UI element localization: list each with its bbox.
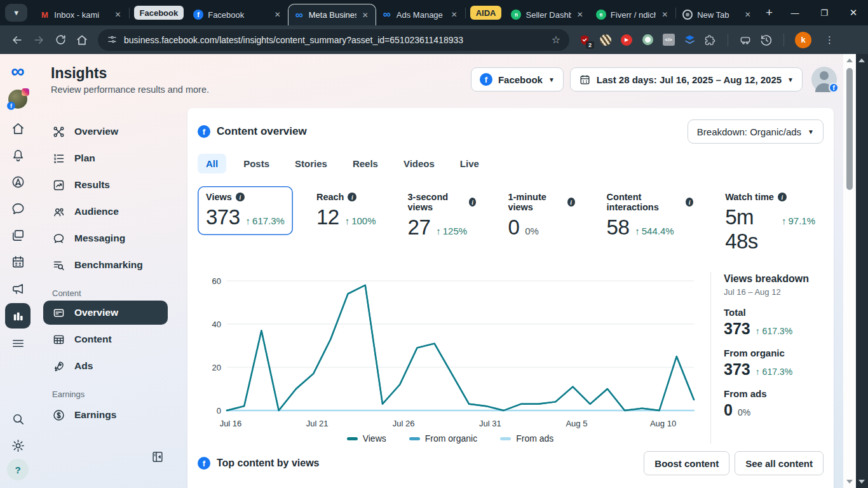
tab-close-icon[interactable]: ✕ [660, 10, 669, 19]
metric-content-interactions[interactable]: Content interactionsi 58↑544.4% [599, 186, 702, 245]
facebook-icon: f [480, 73, 492, 86]
browser-tab-seller-dashboard[interactable]: fi Seller Dashb ✕ [505, 4, 590, 25]
tab-close-icon[interactable]: ✕ [361, 11, 370, 20]
tab-live[interactable]: Live [452, 154, 487, 173]
tab-posts[interactable]: Posts [235, 154, 278, 173]
layers-extension-icon[interactable] [683, 34, 696, 46]
bookmark-star-icon[interactable]: ☆ [552, 34, 560, 46]
channel-selector[interactable]: f Facebook ▼ [471, 67, 564, 92]
metric-views[interactable]: Viewsi 373↑617.3% [198, 186, 293, 235]
scroll-down-icon[interactable] [846, 480, 853, 484]
sidebar-item-audience[interactable]: Audience [52, 198, 187, 225]
tab-stories[interactable]: Stories [287, 154, 336, 173]
scroll-up-icon[interactable] [858, 58, 865, 62]
info-icon[interactable]: i [236, 193, 245, 201]
boost-content-button[interactable]: Boost content [644, 451, 729, 475]
scroll-down-icon[interactable] [858, 480, 865, 484]
new-tab-button[interactable]: + [758, 6, 780, 20]
scroll-up-icon[interactable] [846, 58, 853, 62]
home-icon[interactable] [5, 115, 31, 142]
reload-icon[interactable] [50, 29, 71, 51]
browser-tab-facebook[interactable]: f Facebook ✕ [187, 4, 288, 25]
address-bar[interactable]: business.facebook.com/latest/insights/co… [98, 29, 569, 51]
sidebar-item-messaging[interactable]: Messaging [52, 225, 187, 252]
shield-extension-icon[interactable]: 2 [578, 34, 591, 46]
green-ring-extension-icon[interactable] [641, 34, 654, 46]
meta-logo[interactable]: ∞ [11, 62, 24, 81]
tab-close-icon[interactable]: ✕ [273, 10, 282, 19]
ads-icon[interactable] [5, 275, 31, 302]
browser-tab-fiverr[interactable]: fi Fiverr / ndich ✕ [590, 4, 675, 25]
browser-menu-icon[interactable]: ⋮ [820, 34, 839, 46]
see-all-content-button[interactable]: See all content [735, 451, 824, 475]
tab-close-icon[interactable]: ✕ [450, 10, 459, 19]
content-icon[interactable] [5, 222, 31, 248]
page-scrollbar[interactable] [843, 54, 856, 488]
info-icon[interactable]: i [686, 198, 693, 207]
rover-extension-icon[interactable] [739, 34, 752, 46]
planner-icon[interactable] [5, 248, 31, 275]
tab-close-icon[interactable]: ✕ [743, 10, 752, 19]
home-icon[interactable] [71, 29, 93, 51]
collapse-sidebar-icon[interactable] [151, 450, 165, 464]
browser-tab-meta-business[interactable]: ∞ Meta Busines ✕ [288, 4, 376, 25]
tab-group-facebook[interactable]: Facebook [134, 6, 184, 20]
minimize-button[interactable]: — [780, 1, 810, 25]
info-icon[interactable]: i [469, 198, 477, 207]
inbox-icon[interactable] [5, 195, 31, 222]
info-icon[interactable]: i [348, 193, 356, 201]
notifications-icon[interactable] [5, 142, 31, 168]
scrollbar-thumb[interactable] [846, 68, 853, 190]
restore-button[interactable]: ❐ [810, 1, 839, 25]
code-extension-icon[interactable]: </> [662, 34, 675, 46]
sidebar-item-overview[interactable]: Overview [52, 118, 187, 145]
insights-icon[interactable] [5, 303, 31, 329]
all-tools-icon[interactable] [5, 330, 31, 356]
browser-scrollbar[interactable] [856, 54, 868, 488]
sidebar-item-results[interactable]: Results [52, 172, 187, 198]
tab-close-icon[interactable]: ✕ [114, 10, 123, 19]
sidebar-item-earnings[interactable]: Earnings [52, 402, 187, 428]
sidebar-item-ads[interactable]: Ads [52, 353, 187, 379]
date-range-selector[interactable]: Last 28 days: Jul 16, 2025 – Aug 12, 202… [570, 67, 803, 92]
info-icon[interactable]: i [778, 193, 787, 201]
video-helper-icon[interactable]: ▶ [620, 34, 633, 46]
info-icon[interactable]: i [567, 198, 575, 207]
history-icon[interactable] [760, 34, 773, 46]
close-button[interactable]: ✕ [839, 1, 868, 25]
browser-tab-new-tab[interactable]: New Tab ✕ [677, 4, 758, 25]
page-avatar[interactable]: f [8, 90, 27, 109]
metric-watch-time[interactable]: Watch timei 5m 48s↑97.1% [717, 186, 824, 259]
tab-search-button[interactable]: ▼ [5, 4, 27, 22]
browser-profile-avatar[interactable]: k [795, 32, 811, 48]
metric-reach[interactable]: Reachi 12↑100% [308, 186, 384, 235]
tab-reels[interactable]: Reels [344, 154, 386, 173]
promote-icon[interactable] [5, 168, 31, 195]
sidebar-item-content-overview[interactable]: Overview [43, 301, 168, 325]
svg-text:Jul 26: Jul 26 [393, 419, 415, 428]
settings-gear-icon[interactable] [5, 432, 31, 459]
sidebar-item-content[interactable]: Content [52, 326, 187, 353]
help-icon[interactable]: ? [7, 459, 29, 480]
browser-tab-ads-manager[interactable]: ∞ Ads Manage ✕ [376, 4, 465, 25]
fiverr-icon: fi [511, 10, 521, 20]
sidebar-item-plan[interactable]: Plan [52, 145, 187, 172]
url-text[interactable]: business.facebook.com/latest/insights/co… [124, 35, 545, 45]
site-info-icon[interactable] [107, 34, 118, 45]
search-icon[interactable] [5, 405, 31, 432]
chevron-down-icon: ▼ [808, 128, 814, 135]
browser-tab-inbox[interactable]: M Inbox - kami ✕ [34, 4, 128, 25]
tab-group-aida[interactable]: AIDA [470, 6, 502, 20]
privacy-badger-icon[interactable] [599, 34, 612, 46]
sidebar-item-benchmarking[interactable]: Benchmarking [52, 252, 187, 278]
metric-1-minute-views[interactable]: 1-minute viewsi 0↑0% [499, 186, 583, 245]
metric-3-second-views[interactable]: 3-second viewsi 27↑125% [400, 186, 485, 245]
tab-all[interactable]: All [198, 154, 226, 173]
tab-close-icon[interactable]: ✕ [576, 10, 585, 19]
forward-icon[interactable] [28, 29, 50, 51]
extensions-puzzle-icon[interactable] [704, 34, 717, 46]
user-avatar[interactable]: f [811, 67, 837, 92]
back-icon[interactable] [6, 29, 28, 51]
tab-videos[interactable]: Videos [395, 154, 443, 173]
breakdown-dropdown[interactable]: Breakdown: Organic/ads ▼ [688, 119, 824, 144]
